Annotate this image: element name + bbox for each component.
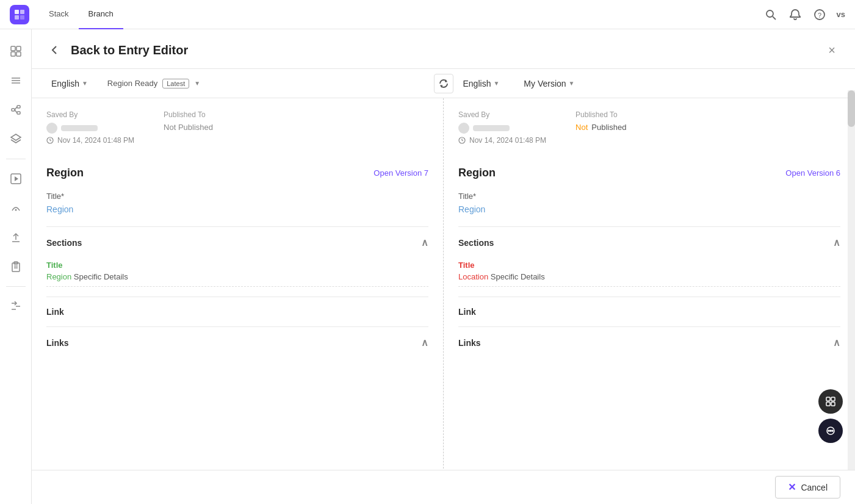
right-link-section: Link bbox=[458, 307, 840, 317]
right-subtitle-highlight: Location bbox=[458, 272, 488, 281]
left-settings-dropdown[interactable]: ▼ bbox=[194, 80, 200, 87]
right-published-label: Published To bbox=[575, 110, 626, 119]
back-header: Back to Entry Editor × bbox=[32, 29, 855, 69]
floating-buttons bbox=[818, 389, 843, 443]
sidebar-item-upload[interactable] bbox=[4, 225, 28, 250]
search-icon[interactable] bbox=[763, 7, 778, 22]
right-link-divider bbox=[458, 297, 840, 297]
cancel-button[interactable]: ✕ Cancel bbox=[775, 476, 840, 499]
right-panel: Saved By Nov 14, 2024 01:48 PM Pub bbox=[444, 98, 855, 478]
left-language-selector[interactable]: English ▼ bbox=[46, 76, 93, 91]
left-saved-by-value bbox=[46, 123, 134, 134]
right-open-version: Open Version 6 bbox=[785, 168, 840, 178]
sidebar bbox=[0, 29, 32, 504]
left-sections-block: Sections ∧ Title Region Specific Details bbox=[46, 237, 428, 287]
left-published-to: Published To Not Published bbox=[164, 110, 213, 145]
left-panel: Saved By Nov 14, 2024 01:48 PM Pub bbox=[32, 98, 444, 478]
right-subtitle-rest: Specific Details bbox=[491, 272, 545, 281]
svg-marker-21 bbox=[15, 176, 18, 181]
notification-icon[interactable] bbox=[788, 7, 803, 22]
left-title-label: Title* bbox=[46, 192, 428, 201]
chat-float-button[interactable] bbox=[818, 419, 843, 443]
version-chevron: ▼ bbox=[569, 80, 575, 87]
left-published-label: Published To bbox=[164, 110, 213, 119]
app-logo bbox=[10, 5, 29, 24]
grid-float-button[interactable] bbox=[818, 389, 843, 414]
latest-badge: Latest bbox=[162, 79, 189, 88]
right-sections-block: Sections ∧ Title Location Specific Detai… bbox=[458, 237, 840, 287]
left-saved-by: Saved By Nov 14, 2024 01:48 PM bbox=[46, 110, 134, 145]
right-clock-icon bbox=[458, 137, 466, 144]
sidebar-item-compare[interactable] bbox=[4, 294, 28, 319]
right-version-link[interactable]: Version 6 bbox=[807, 168, 840, 178]
tab-branch[interactable]: Branch bbox=[79, 0, 123, 29]
right-section-heading: Region Open Version 6 bbox=[458, 167, 840, 179]
close-button[interactable]: × bbox=[823, 41, 840, 59]
sidebar-item-signal[interactable] bbox=[4, 196, 28, 220]
svg-rect-9 bbox=[16, 46, 21, 51]
left-links-collapse-icon: ∧ bbox=[421, 337, 428, 348]
scrollbar-thumb[interactable] bbox=[848, 90, 855, 127]
right-collapse-icon: ∧ bbox=[833, 237, 840, 248]
vs-label: vs bbox=[837, 10, 845, 19]
right-title-value: Region bbox=[458, 204, 840, 214]
bottom-bar: ✕ Cancel bbox=[32, 470, 855, 504]
left-language-label: English bbox=[51, 79, 79, 88]
svg-text:?: ? bbox=[818, 12, 821, 19]
sidebar-item-structure[interactable] bbox=[4, 98, 28, 122]
right-section-item-subtitle: Location Specific Details bbox=[458, 272, 840, 281]
back-button[interactable] bbox=[46, 41, 63, 59]
right-not-published-highlight: Not bbox=[575, 123, 588, 132]
left-sections-header[interactable]: Sections ∧ bbox=[46, 237, 428, 248]
sidebar-item-play[interactable] bbox=[4, 167, 28, 191]
right-timestamp: Nov 14, 2024 01:48 PM bbox=[458, 136, 546, 145]
help-icon[interactable]: ? bbox=[812, 7, 827, 22]
left-subtitle-rest: Specific Details bbox=[74, 272, 128, 281]
right-links-divider bbox=[458, 326, 840, 327]
right-language-selector[interactable]: English ▼ bbox=[458, 76, 505, 91]
svg-rect-2 bbox=[15, 15, 19, 20]
svg-line-18 bbox=[15, 107, 17, 110]
left-open-version: Open Version 7 bbox=[373, 168, 428, 178]
right-links-header[interactable]: Links ∧ bbox=[458, 337, 840, 348]
svg-rect-11 bbox=[16, 52, 21, 56]
right-section-item-0: Title Location Specific Details bbox=[458, 256, 840, 287]
right-user-avatar bbox=[458, 123, 469, 134]
settings-chevron: ▼ bbox=[194, 80, 200, 87]
left-links-header[interactable]: Links ∧ bbox=[46, 337, 428, 348]
toolbar-left: English ▼ Region Ready Latest ▼ bbox=[46, 76, 429, 91]
tab-stack[interactable]: Stack bbox=[39, 0, 79, 29]
right-region-title: Region bbox=[458, 167, 496, 179]
left-link-label: Link bbox=[46, 307, 428, 317]
left-language-chevron: ▼ bbox=[82, 80, 88, 87]
left-saved-by-label: Saved By bbox=[46, 110, 134, 119]
main-content: Back to Entry Editor × English ▼ Region … bbox=[32, 29, 855, 504]
cancel-icon: ✕ bbox=[788, 481, 796, 493]
right-saved-by-label: Saved By bbox=[458, 110, 546, 119]
sidebar-item-dashboard[interactable] bbox=[4, 39, 28, 63]
toolbar-right: English ▼ My Version ▼ bbox=[458, 76, 841, 91]
panels-container: Saved By Nov 14, 2024 01:48 PM Pub bbox=[32, 98, 855, 478]
left-section-item-0: Title Region Specific Details bbox=[46, 256, 428, 287]
left-subtitle-highlight: Region bbox=[46, 272, 71, 281]
right-username-placeholder bbox=[473, 125, 510, 131]
svg-point-40 bbox=[830, 430, 831, 431]
cancel-label: Cancel bbox=[801, 483, 828, 492]
left-field-divider bbox=[46, 226, 428, 227]
sidebar-divider-2 bbox=[6, 286, 26, 287]
right-sections-header[interactable]: Sections ∧ bbox=[458, 237, 840, 248]
left-version-link[interactable]: Version 7 bbox=[395, 168, 428, 178]
version-selector[interactable]: My Version ▼ bbox=[519, 76, 579, 91]
clock-icon bbox=[46, 137, 54, 144]
scrollbar-track[interactable] bbox=[848, 90, 855, 470]
svg-rect-1 bbox=[20, 10, 24, 14]
page-title: Back to Entry Editor bbox=[71, 43, 188, 57]
right-title-field: Title* Region bbox=[458, 192, 840, 214]
right-field-divider bbox=[458, 226, 840, 227]
sidebar-item-list[interactable] bbox=[4, 68, 28, 93]
sidebar-item-clipboard[interactable] bbox=[4, 254, 28, 279]
sidebar-item-layers[interactable] bbox=[4, 127, 28, 151]
sync-button[interactable] bbox=[434, 74, 453, 93]
left-link-divider bbox=[46, 297, 428, 297]
right-link-label: Link bbox=[458, 307, 840, 317]
